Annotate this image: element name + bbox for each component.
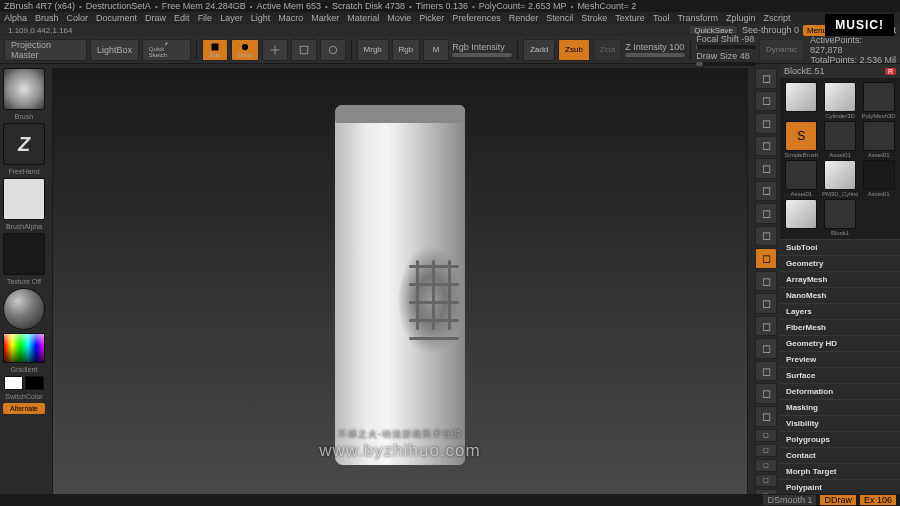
menu-movie[interactable]: Movie [387,13,411,23]
tool-thumb[interactable] [785,160,817,190]
mesh-object[interactable] [335,105,465,465]
shelf-spix[interactable]: ◻ [755,68,777,89]
tool-block-header[interactable]: BlockE.51R [780,64,900,79]
section-masking[interactable]: Masking [780,399,900,415]
shelf-xpose[interactable]: ◻ [755,293,777,314]
section-visibility[interactable]: Visibility [780,415,900,431]
menu-transform[interactable]: Transform [677,13,718,23]
shelf-actual[interactable]: ◻ [755,136,777,157]
shelf-persp[interactable]: ◻ [755,181,777,202]
menu-edit[interactable]: Edit [174,13,190,23]
draw-mode-button[interactable]: Draw [231,39,259,61]
section-arraymesh[interactable]: ArrayMesh [780,271,900,287]
shelf-floor[interactable]: ◻ [755,203,777,224]
rgb-button[interactable]: Rgb [392,39,421,61]
menu-color[interactable]: Color [67,13,89,23]
move-button[interactable] [262,39,288,61]
menu-draw[interactable]: Draw [145,13,166,23]
dynamic-button[interactable]: Dynamic [759,39,804,61]
shelf-scale[interactable]: ◻ [755,361,777,382]
menu-preferences[interactable]: Preferences [452,13,501,23]
section-nanomesh[interactable]: NanoMesh [780,287,900,303]
menu-render[interactable]: Render [509,13,539,23]
rotate-button[interactable] [320,39,346,61]
shelf-l.sym[interactable]: ◻ [755,271,777,292]
lightbox-button[interactable]: LightBox [90,39,139,61]
viewport[interactable]: 不移之火-动漫游戏美术资源 www.byzhihuo.com [52,68,748,502]
section-deformation[interactable]: Deformation [780,383,900,399]
menu-light[interactable]: Light [251,13,271,23]
shelf-scroll[interactable]: ◻ [755,91,777,112]
brush-picker[interactable] [3,68,45,110]
menu-macro[interactable]: Macro [278,13,303,23]
menu-stroke[interactable]: Stroke [581,13,607,23]
menu-zplugin[interactable]: Zplugin [726,13,756,23]
alpha-picker[interactable] [3,178,45,220]
rgb-intensity-slider[interactable]: Rgb Intensity [452,42,512,57]
section-geometry-hd[interactable]: Geometry HD [780,335,900,351]
menu-file[interactable]: File [198,13,213,23]
tool-thumb[interactable] [863,160,895,190]
section-morph-target[interactable]: Morph Target [780,463,900,479]
section-polygroups[interactable]: Polygroups [780,431,900,447]
menu-zscript[interactable]: Zscript [764,13,791,23]
shelf-ghost[interactable]: ◻ [755,459,777,472]
main-color-swatch[interactable] [4,376,23,390]
stroke-picker[interactable]: Z [3,123,45,165]
quick-sketch-button[interactable]: Quick Sketch [142,39,191,61]
shelf-solo[interactable]: ◻ [755,474,777,487]
mrgb-button[interactable]: Mrgb [357,39,389,61]
shelf-trnsp[interactable]: ◻ [755,444,777,457]
color-picker[interactable] [3,333,45,363]
gradient-label[interactable]: Gradient [11,366,38,373]
draw-size-slider[interactable]: Draw Size 48 [696,51,756,66]
switchcolor-button[interactable]: SwitchColor [5,393,42,400]
tool-thumb[interactable] [863,121,895,151]
m-button[interactable]: M [423,39,449,61]
shelf-polyf[interactable]: ◻ [755,406,777,427]
tool-thumb[interactable] [824,160,856,190]
menu-stencil[interactable]: Stencil [546,13,573,23]
section-fibermesh[interactable]: FiberMesh [780,319,900,335]
menu-marker[interactable]: Marker [311,13,339,23]
shelf-zoom[interactable]: ◻ [755,113,777,134]
shelf-local[interactable]: ◻ [755,226,777,247]
tool-thumb[interactable] [785,199,817,229]
section-preview[interactable]: Preview [780,351,900,367]
section-polypaint[interactable]: Polypaint [780,479,900,495]
shelf-pt sel[interactable]: ◻ [755,429,777,442]
shelf-lce[interactable]: ◻ [755,248,777,269]
tool-thumb[interactable] [824,82,856,112]
material-picker[interactable] [3,288,45,330]
z-intensity-slider[interactable]: Z Intensity 100 [625,42,685,57]
tool-thumb[interactable] [785,82,817,112]
menu-brush[interactable]: Brush [35,13,59,23]
scale-button[interactable] [291,39,317,61]
dsmooth-stat[interactable]: DSmooth 1 [763,495,816,505]
tool-thumb[interactable]: S [785,121,817,151]
ex-stat[interactable]: Ex 106 [860,495,896,505]
menu-material[interactable]: Material [347,13,379,23]
section-surface[interactable]: Surface [780,367,900,383]
tool-thumb[interactable] [824,121,856,151]
section-layers[interactable]: Layers [780,303,900,319]
shelf-frame[interactable]: ◻ [755,316,777,337]
ddraw-stat[interactable]: DDraw [820,495,856,505]
edit-mode-button[interactable]: Edit [202,39,228,61]
zcut-button[interactable]: Zcut [593,39,622,61]
alternate-button[interactable]: Alternate [3,403,45,414]
section-geometry[interactable]: Geometry [780,255,900,271]
secondary-color-swatch[interactable] [25,376,44,390]
shelf-move[interactable]: ◻ [755,338,777,359]
menu-document[interactable]: Document [96,13,137,23]
menu-tool[interactable]: Tool [653,13,670,23]
tool-thumb[interactable] [824,199,856,229]
projection-master-button[interactable]: Projection Master [4,39,87,61]
zadd-button[interactable]: Zadd [523,39,555,61]
shelf-rotate[interactable]: ◻ [755,383,777,404]
menu-picker[interactable]: Picker [419,13,444,23]
section-subtool[interactable]: SubTool [780,239,900,255]
menu-texture[interactable]: Texture [615,13,645,23]
shelf-aahalf[interactable]: ◻ [755,158,777,179]
zsub-button[interactable]: Zsub [558,39,590,61]
